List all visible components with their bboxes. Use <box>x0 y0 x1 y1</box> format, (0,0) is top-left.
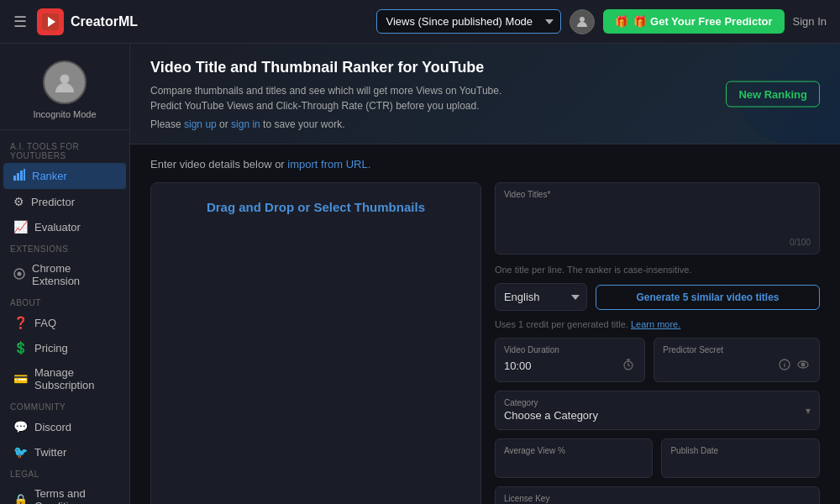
predictor-secret-toggle-visibility[interactable] <box>795 357 811 375</box>
body-layout: Incognito Mode A.I. Tools for YouTubers … <box>0 44 840 504</box>
ranker-intro: Enter video details below or import from… <box>150 158 820 171</box>
predictor-secret-label: Predictor Secret <box>663 345 811 354</box>
duration-secret-row: Video Duration Predictor Secret <box>495 338 820 382</box>
sign-up-link[interactable]: sign up <box>184 118 217 130</box>
pricing-icon: 💲 <box>13 341 28 354</box>
uses-credit-hint: Uses 1 credit per generated title. Learn… <box>495 319 820 329</box>
sidebar-item-ranker-label: Ranker <box>32 170 67 182</box>
category-chevron-icon: ▾ <box>806 405 811 417</box>
learn-more-link[interactable]: Learn more. <box>631 319 680 329</box>
sidebar-item-evaluator[interactable]: 📈 Evaluator <box>3 214 126 239</box>
main-content: Video Title and Thumbnail Ranker for You… <box>130 44 840 504</box>
banner-note: Please sign up or sign in to save your w… <box>150 117 520 132</box>
publish-date-input[interactable] <box>670 458 811 470</box>
sidebar-profile: Incognito Mode <box>0 54 129 130</box>
new-ranking-button[interactable]: New Ranking <box>726 81 820 107</box>
predictor-secret-info-icon[interactable] <box>777 357 792 375</box>
thumbnails-panel[interactable]: Drag and Drop or Select Thumbnails Thumb… <box>150 182 481 504</box>
hamburger-button[interactable]: ☰ <box>13 13 27 31</box>
select-thumbnails-link[interactable]: Select Thumbnails <box>313 200 425 214</box>
video-titles-label: Video Titles* <box>504 190 811 199</box>
sidebar-section-about: About <box>0 293 129 310</box>
video-duration-field: Video Duration <box>495 338 645 382</box>
sidebar-item-discord[interactable]: 💬 Discord <box>3 414 126 439</box>
svg-rect-4 <box>13 176 16 181</box>
sidebar-item-pricing-label: Pricing <box>34 342 68 354</box>
video-duration-label: Video Duration <box>504 345 636 354</box>
sidebar-item-predictor-label: Predictor <box>31 196 75 208</box>
sign-in-button[interactable]: Sign In <box>793 15 827 28</box>
sidebar-item-ranker[interactable]: Ranker <box>3 163 126 189</box>
avatar <box>43 60 87 104</box>
sidebar-item-predictor[interactable]: ⚙ Predictor <box>3 189 126 214</box>
sign-in-link[interactable]: sign in <box>231 118 260 130</box>
evaluator-icon: 📈 <box>13 220 28 234</box>
avg-view-publish-row: Average View % Publish Date <box>495 438 820 478</box>
svg-point-13 <box>801 363 805 366</box>
generate-titles-button[interactable]: Generate 5 similar video titles <box>596 285 820 310</box>
sidebar-item-twitter[interactable]: 🐦 Twitter <box>3 439 126 465</box>
license-key-label: License Key <box>504 494 811 503</box>
ranker-area: Enter video details below or import from… <box>130 144 840 504</box>
video-duration-input-row <box>504 357 636 375</box>
language-select[interactable]: English <box>495 283 587 311</box>
video-titles-field: Video Titles* 0/100 <box>495 182 820 255</box>
svg-rect-5 <box>17 173 19 181</box>
predictor-icon: ⚙ <box>13 195 24 208</box>
sidebar-item-manage-subscription-label: Manage Subscription <box>34 366 116 391</box>
get-free-predictor-button[interactable]: 🎁 🎁 Get Your Free Predictor <box>603 9 784 34</box>
mode-select[interactable]: Views (Since published) Mode <box>376 9 561 34</box>
form-panel: Video Titles* 0/100 One title per line. … <box>495 182 820 504</box>
top-banner: Video Title and Thumbnail Ranker for You… <box>130 44 840 144</box>
category-value: Choose a Category <box>504 409 598 422</box>
publish-date-label: Publish Date <box>670 446 811 455</box>
category-label: Category <box>504 398 598 407</box>
sidebar-item-faq[interactable]: ❓ FAQ <box>3 310 126 335</box>
banner-title: Video Title and Thumbnail Ranker for You… <box>150 59 820 76</box>
sidebar: Incognito Mode A.I. Tools for YouTubers … <box>0 44 130 504</box>
svg-rect-7 <box>24 169 25 181</box>
svg-point-9 <box>18 271 22 276</box>
svg-point-3 <box>60 75 70 84</box>
terms-icon: 🔒 <box>13 493 28 504</box>
video-titles-hint: One title per line. The ranker is case-i… <box>495 265 820 275</box>
logo-text: CreatorML <box>71 14 138 29</box>
average-view-input[interactable] <box>504 458 644 470</box>
predictor-secret-input[interactable] <box>663 360 774 372</box>
sidebar-section-legal: Legal <box>0 465 129 481</box>
category-select[interactable]: Category Choose a Category ▾ <box>495 391 820 430</box>
chrome-icon <box>13 268 25 282</box>
sidebar-section-community: Community <box>0 397 129 414</box>
logo: CreatorML <box>37 8 138 35</box>
sidebar-item-manage-subscription[interactable]: 💳 Manage Subscription <box>3 360 126 397</box>
ranker-columns: Drag and Drop or Select Thumbnails Thumb… <box>150 182 820 504</box>
gift-icon: 🎁 <box>615 15 628 28</box>
drag-drop-text: Drag and Drop or Select Thumbnails <box>207 200 425 214</box>
subscription-icon: 💳 <box>13 372 28 386</box>
svg-rect-6 <box>20 171 23 181</box>
sidebar-item-evaluator-label: Evaluator <box>34 221 81 234</box>
sidebar-item-chrome-label: Chrome Extension <box>32 262 116 287</box>
sidebar-item-discord-label: Discord <box>34 421 71 433</box>
discord-icon: 💬 <box>13 420 28 433</box>
sidebar-item-twitter-label: Twitter <box>34 446 66 459</box>
predictor-secret-field: Predictor Secret <box>654 338 820 382</box>
sidebar-section-ai-tools: A.I. Tools for YouTubers <box>0 137 129 163</box>
video-titles-input[interactable] <box>504 202 811 244</box>
duration-icon-button[interactable] <box>621 357 636 375</box>
import-from-url-link[interactable]: import from URL. <box>287 158 370 171</box>
svg-point-2 <box>580 17 585 22</box>
sidebar-item-chrome[interactable]: Chrome Extension <box>3 256 126 293</box>
average-view-label: Average View % <box>504 446 644 455</box>
faq-icon: ❓ <box>13 316 28 329</box>
video-duration-input[interactable] <box>504 360 617 372</box>
logo-icon <box>37 8 64 35</box>
incognito-label: Incognito Mode <box>33 109 96 119</box>
char-count: 0/100 <box>790 238 811 247</box>
sidebar-item-pricing[interactable]: 💲 Pricing <box>3 335 126 360</box>
ranker-icon <box>13 169 25 183</box>
publish-date-field: Publish Date <box>661 438 820 478</box>
header: ☰ CreatorML Views (Since published) Mode… <box>0 0 840 44</box>
sidebar-item-terms[interactable]: 🔒 Terms and Conditions <box>3 481 126 504</box>
twitter-icon: 🐦 <box>13 445 28 459</box>
